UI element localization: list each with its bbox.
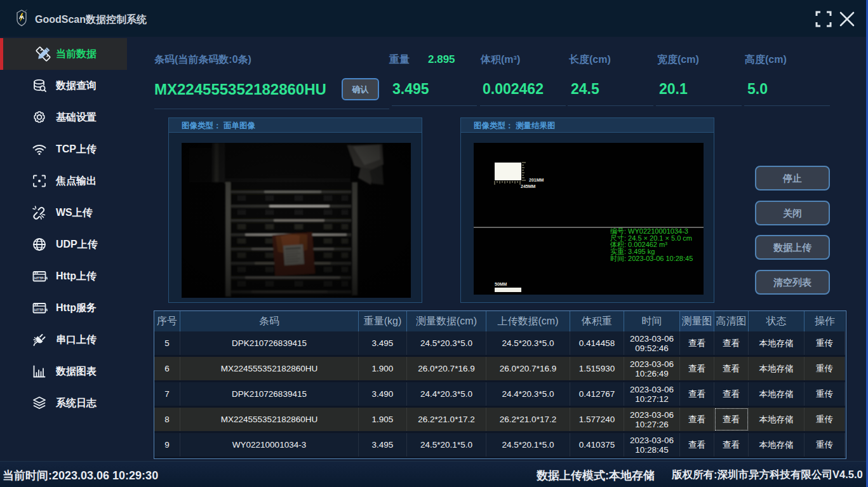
svg-text:245MM: 245MM bbox=[521, 184, 536, 189]
svg-text:201MM: 201MM bbox=[529, 178, 544, 182]
svg-text:HTTP·W: HTTP·W bbox=[34, 276, 48, 280]
svg-text:HTTP·W: HTTP·W bbox=[34, 308, 48, 312]
svg-text:50MM: 50MM bbox=[495, 282, 507, 286]
svg-text:时间: 2023-03-06 10:28:45: 时间: 2023-03-06 10:28:45 bbox=[610, 255, 693, 262]
